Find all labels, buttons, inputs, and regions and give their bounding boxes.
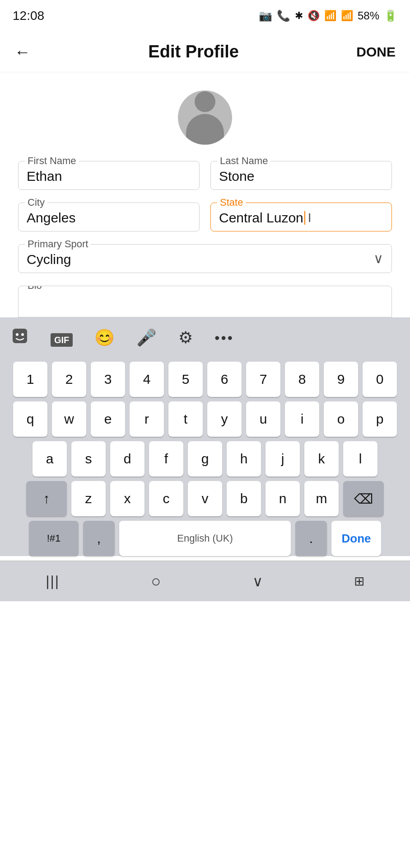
key-a[interactable]: a — [33, 441, 67, 476]
comma-key[interactable]: , — [83, 521, 115, 556]
key-v[interactable]: v — [188, 481, 222, 516]
bio-label: Bio — [25, 286, 45, 292]
key-u[interactable]: u — [246, 401, 280, 437]
bluetooth-icon: ✱ — [295, 10, 303, 22]
text-cursor — [304, 211, 305, 225]
svg-point-2 — [21, 333, 24, 336]
key-z[interactable]: z — [71, 481, 106, 516]
key-q[interactable]: q — [13, 401, 47, 437]
space-key[interactable]: English (UK) — [119, 521, 291, 556]
state-field[interactable]: State Central Luzon I — [210, 203, 392, 231]
back-button[interactable]: ← — [14, 42, 31, 61]
svg-point-1 — [16, 333, 19, 336]
keyboard-asdf-row: a s d f g h j k l — [4, 441, 406, 476]
key-h[interactable]: h — [227, 441, 261, 476]
nav-recent-icon[interactable]: ∨ — [252, 573, 263, 590]
key-2[interactable]: 2 — [52, 362, 86, 397]
key-o[interactable]: o — [324, 401, 358, 437]
status-time: 12:08 — [13, 9, 44, 23]
key-9[interactable]: 9 — [324, 362, 358, 397]
primary-sport-field[interactable]: Primary Sport Cycling ∨ — [18, 244, 392, 273]
key-3[interactable]: 3 — [91, 362, 125, 397]
key-m[interactable]: m — [304, 481, 339, 516]
last-name-value: Stone — [219, 166, 383, 184]
key-s[interactable]: s — [71, 441, 106, 476]
key-p[interactable]: p — [363, 401, 397, 437]
nav-back-icon[interactable]: ||| — [46, 573, 60, 590]
period-key[interactable]: . — [295, 521, 327, 556]
key-y[interactable]: y — [207, 401, 242, 437]
more-options[interactable]: ••• — [214, 330, 234, 346]
mute-icon: 🔇 — [308, 10, 320, 22]
last-name-label: Last Name — [217, 155, 270, 167]
shift-key[interactable]: ↑ — [26, 481, 67, 516]
keyboard-number-row: 1 2 3 4 5 6 7 8 9 0 — [4, 362, 406, 397]
settings-icon[interactable]: ⚙ — [178, 328, 193, 347]
key-e[interactable]: e — [91, 401, 125, 437]
state-label: State — [217, 197, 246, 208]
key-4[interactable]: 4 — [130, 362, 164, 397]
key-n[interactable]: n — [266, 481, 300, 516]
profile-form: First Name Ethan Last Name Stone City An… — [0, 72, 410, 317]
mic-icon[interactable]: 🎤 — [136, 328, 157, 347]
emoji-icon[interactable]: 😊 — [94, 328, 115, 347]
key-6[interactable]: 6 — [207, 362, 242, 397]
keyboard-qwerty-row: q w e r t y u i o p — [4, 401, 406, 437]
avatar-section[interactable] — [18, 72, 392, 161]
city-value: Angeles — [27, 208, 191, 226]
gif-button[interactable]: GIF — [51, 328, 73, 347]
keyboard-toolbar: GIF 😊 🎤 ⚙ ••• — [0, 317, 410, 358]
name-row: First Name Ethan Last Name Stone — [18, 161, 392, 190]
key-l[interactable]: l — [343, 441, 377, 476]
key-b[interactable]: b — [227, 481, 261, 516]
key-d[interactable]: d — [110, 441, 144, 476]
app-header: ← Edit Profile DONE — [0, 32, 410, 72]
wifi-icon: 📶 — [324, 10, 336, 22]
location-row: City Angeles State Central Luzon I — [18, 203, 392, 231]
status-bar: 12:08 📷 📞 ✱ 🔇 📶 📶 58% 🔋 — [0, 0, 410, 32]
chevron-down-icon[interactable]: ∨ — [373, 250, 383, 266]
sticker-icon[interactable] — [11, 327, 29, 349]
battery-icon: 🔋 — [384, 9, 397, 22]
keyboard-zxcvbnm-row: ↑ z x c v b n m ⌫ — [4, 481, 406, 516]
key-t[interactable]: t — [168, 401, 203, 437]
keyboard-bottom-row: !#1 , English (UK) . Done — [4, 521, 406, 556]
city-label: City — [25, 197, 47, 208]
key-5[interactable]: 5 — [168, 362, 203, 397]
bottom-nav: ||| ○ ∨ ⊞ — [0, 561, 410, 601]
city-field[interactable]: City Angeles — [18, 203, 200, 231]
key-0[interactable]: 0 — [363, 362, 397, 397]
key-g[interactable]: g — [188, 441, 222, 476]
keyboard-done-key[interactable]: Done — [331, 521, 381, 556]
key-k[interactable]: k — [304, 441, 339, 476]
keyboard: 1 2 3 4 5 6 7 8 9 0 q w e r t y u i o p … — [0, 358, 410, 556]
key-c[interactable]: c — [149, 481, 183, 516]
key-w[interactable]: w — [52, 401, 86, 437]
primary-sport-dropdown-row: Cycling ∨ — [27, 249, 383, 267]
key-r[interactable]: r — [130, 401, 164, 437]
key-x[interactable]: x — [110, 481, 144, 516]
battery-percentage: 58% — [358, 9, 379, 22]
last-name-field[interactable]: Last Name Stone — [210, 161, 392, 190]
key-7[interactable]: 7 — [246, 362, 280, 397]
primary-sport-value: Cycling — [27, 249, 71, 267]
key-8[interactable]: 8 — [285, 362, 319, 397]
done-button[interactable]: DONE — [356, 44, 396, 60]
key-i[interactable]: i — [285, 401, 319, 437]
first-name-field[interactable]: First Name Ethan — [18, 161, 200, 190]
nav-home-icon[interactable]: ○ — [151, 572, 161, 591]
key-f[interactable]: f — [149, 441, 183, 476]
symbols-key[interactable]: !#1 — [29, 521, 79, 556]
page-title: Edit Profile — [148, 42, 239, 61]
nav-keyboard-icon[interactable]: ⊞ — [354, 574, 364, 589]
first-name-value: Ethan — [27, 166, 191, 184]
state-value: Central Luzon I — [219, 208, 383, 226]
bio-field[interactable]: Bio — [18, 286, 392, 317]
phone-icon: 📞 — [277, 9, 290, 22]
backspace-key[interactable]: ⌫ — [343, 481, 384, 516]
first-name-label: First Name — [25, 155, 79, 167]
avatar[interactable] — [178, 90, 232, 145]
key-j[interactable]: j — [266, 441, 300, 476]
svg-rect-0 — [13, 329, 27, 343]
key-1[interactable]: 1 — [13, 362, 47, 397]
